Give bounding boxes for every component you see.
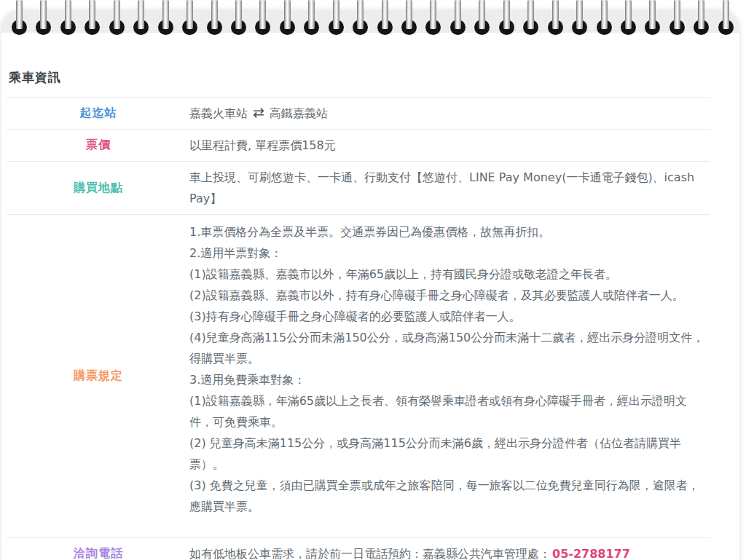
binder-ring-icon [425,0,441,36]
table-row-purchase-location: 購買地點 車上投現、可刷悠遊卡、一卡通、行動支付【悠遊付、LINE Pay Mo… [7,161,710,214]
row-label-origin-destination: 起迄站 [7,98,189,129]
binder-ring-icon [645,0,661,36]
notebook-page: 乘車資訊 起迄站 嘉義火車站 ⇄ 高鐵嘉義站 票價 以里程計費, 單程票價158… [1,10,739,560]
table-row-ticket-rules: 購票規定 1.車票價格分為全票及半票。交通票券因已為優惠價格，故無再折扣。 2.… [7,214,710,537]
row-label-purchase-location: 購買地點 [7,162,189,214]
ride-info-table: 起迄站 嘉義火車站 ⇄ 高鐵嘉義站 票價 以里程計費, 單程票價158元 購買地… [7,97,710,560]
table-row-origin-destination: 起迄站 嘉義火車站 ⇄ 高鐵嘉義站 [7,97,710,129]
table-row-fare: 票價 以里程計費, 單程票價158元 [7,129,710,161]
binder-ring-icon [523,0,539,36]
binder-ring-icon [158,0,174,36]
spiral-binding [0,0,746,36]
fare-value: 以里程計費, 單程票價158元 [189,130,710,161]
binder-ring-icon [450,0,466,36]
binder-ring-icon [36,0,52,36]
ticket-rules-text: 1.車票價格分為全票及半票。交通票券因已為優惠價格，故無再折扣。 2.適用半票對… [189,215,710,537]
binder-ring-icon [231,0,247,36]
binder-ring-icon [718,0,734,36]
row-label-fare: 票價 [7,130,189,161]
inquiry-phone-value: 如有低地板公車需求，請於前一日電話預約：嘉義縣公共汽車管理處：05-278817… [189,538,710,560]
binder-ring-icon [60,0,76,36]
row-label-inquiry-phone: 洽詢電話 [7,538,189,560]
binder-ring-icon [329,0,345,36]
binder-ring-icon [548,0,564,36]
page-title: 乘車資訊 [7,59,710,97]
binder-ring-icon [377,0,393,36]
binder-ring-icon [353,0,369,36]
table-row-inquiry-phone: 洽詢電話 如有低地板公車需求，請於前一日電話預約：嘉義縣公共汽車管理處：05-2… [7,537,710,560]
binder-ring-icon [572,0,588,36]
origin-station: 嘉義火車站 [189,103,248,124]
binder-ring-icon [474,0,490,36]
inquiry-phone-text: 如有低地板公車需求，請於前一日電話預約：嘉義縣公共汽車管理處： [189,547,551,560]
binder-ring-icon [597,0,613,36]
binder-ring-icon [207,0,223,36]
binder-ring-icon [401,0,417,36]
binder-ring-icon [182,0,198,36]
binder-ring-icon [694,0,710,36]
binder-ring-icon [304,0,320,36]
binder-ring-icon [109,0,125,36]
binder-ring-icon [621,0,637,36]
row-label-ticket-rules: 購票規定 [7,215,189,537]
swap-arrow-icon: ⇄ [253,102,264,123]
binder-ring-icon [133,0,149,36]
purchase-location-value: 車上投現、可刷悠遊卡、一卡通、行動支付【悠遊付、LINE Pay Money(一… [189,162,710,214]
destination-station: 高鐵嘉義站 [270,103,328,124]
ride-info-section: 乘車資訊 起迄站 嘉義火車站 ⇄ 高鐵嘉義站 票價 以里程計費, 單程票價158… [1,33,739,560]
origin-destination-value: 嘉義火車站 ⇄ 高鐵嘉義站 [189,98,710,129]
phone-number: 05-2788177 [552,547,630,560]
binder-ring-icon [670,0,686,36]
binder-ring-icon [12,0,28,36]
binder-ring-icon [255,0,271,36]
binder-ring-icon [280,0,296,36]
binder-ring-icon [499,0,515,36]
binder-ring-icon [85,0,101,36]
